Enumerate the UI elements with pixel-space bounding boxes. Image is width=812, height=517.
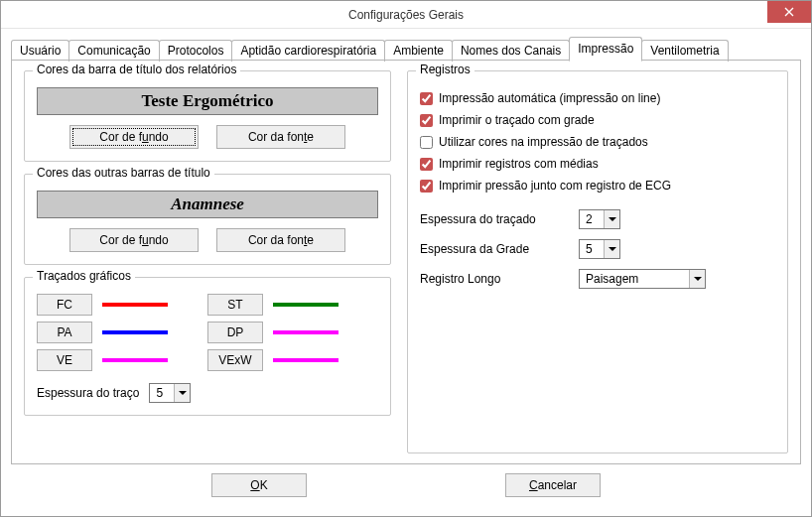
cb-label: Imprimir pressão junto com registro de E… (439, 179, 671, 193)
cb-label: Utilizar cores na impressão de traçados (439, 135, 648, 149)
group-cores-outras: Cores das outras barras de título Anamne… (24, 174, 391, 265)
close-icon (784, 7, 794, 17)
ok-button[interactable]: OK (211, 473, 307, 497)
tab-page-impressao: Cores da barra de título dos relatórios … (11, 61, 801, 464)
espessura-traco-value: 5 (150, 386, 174, 400)
espessura-tracado-combo[interactable]: 2 (579, 209, 620, 229)
espessura-tracado-label: Espessura do traçado (420, 212, 579, 226)
group-legend: Cores das outras barras de título (33, 166, 214, 180)
cb-utilizar-cores[interactable] (420, 136, 433, 149)
cor-da-fonte-relatorio-button[interactable]: Cor da fonte (216, 125, 345, 149)
tab-nomes-canais[interactable]: Nomes dos Canais (452, 40, 570, 62)
swatch-fc (102, 303, 168, 307)
espessura-traco-combo[interactable]: 5 (149, 383, 191, 403)
chevron-down-icon (609, 217, 616, 221)
registro-longo-label: Registro Longo (420, 272, 579, 286)
tab-usuario[interactable]: Usuário (11, 40, 69, 62)
group-legend: Cores da barra de título dos relatórios (33, 63, 240, 76)
chevron-down-icon (694, 277, 702, 281)
registro-longo-combo[interactable]: Paisagem (579, 269, 706, 289)
espessura-grade-arrow[interactable] (604, 240, 619, 258)
titlebar: Configurações Gerais (1, 1, 811, 29)
cb-imprimir-medias[interactable] (420, 158, 433, 171)
cor-de-fundo-relatorio-button[interactable]: Cor de fundo (69, 125, 199, 149)
tab-impressao[interactable]: Impressão (569, 37, 642, 62)
cor-da-fonte-outras-button[interactable]: Cor da fonte (216, 228, 345, 252)
trace-vexw-button[interactable]: VExW (207, 349, 263, 371)
cb-impressao-automatica[interactable] (420, 92, 433, 105)
content-area: Usuário Comunicação Protocolos Aptidão c… (1, 29, 811, 516)
group-tracados-graficos: Traçados gráficos FC PA (24, 277, 391, 416)
espessura-traco-arrow[interactable] (174, 384, 190, 402)
swatch-pa (102, 330, 168, 334)
trace-ve-button[interactable]: VE (37, 349, 92, 371)
cb-label: Impressão automática (impressão on line) (439, 91, 660, 105)
trace-pa-button[interactable]: PA (37, 322, 92, 343)
trace-fc-button[interactable]: FC (37, 294, 92, 316)
espessura-traco-label: Espessura do traço (37, 386, 139, 400)
dialog-footer: OK Cancelar (11, 464, 801, 506)
tab-ventilometria[interactable]: Ventilometria (641, 40, 728, 62)
group-legend: Traçados gráficos (33, 269, 135, 283)
espessura-tracado-value: 2 (580, 212, 604, 226)
chevron-down-icon (179, 391, 187, 395)
cb-imprimir-grade[interactable] (420, 114, 433, 127)
swatch-vexw (273, 358, 338, 362)
tab-aptidao[interactable]: Aptidão cardiorespiratória (231, 40, 385, 62)
sample-bar-relatorio: Teste Ergométrico (37, 87, 378, 115)
trace-st-button[interactable]: ST (207, 294, 263, 316)
tabs-row: Usuário Comunicação Protocolos Aptidão c… (11, 37, 801, 61)
espessura-grade-combo[interactable]: 5 (579, 239, 620, 259)
swatch-st (273, 303, 338, 307)
espessura-grade-label: Espessura da Grade (420, 242, 579, 256)
swatch-dp (273, 330, 338, 334)
group-cores-relatorios: Cores da barra de título dos relatórios … (24, 70, 391, 162)
close-button[interactable] (767, 1, 811, 23)
dialog-window: Configurações Gerais Usuário Comunicação… (0, 0, 812, 517)
cb-label: Imprimir o traçado com grade (439, 113, 595, 127)
cb-imprimir-pressao-ecg[interactable] (420, 180, 433, 193)
cancel-button[interactable]: Cancelar (505, 473, 601, 497)
sample-bar-anamnese: Anamnese (37, 191, 378, 218)
group-legend: Registros (416, 63, 474, 76)
tab-protocolos[interactable]: Protocolos (159, 40, 233, 62)
espessura-grade-value: 5 (580, 242, 604, 256)
cor-de-fundo-outras-button[interactable]: Cor de fundo (69, 228, 199, 252)
tab-ambiente[interactable]: Ambiente (384, 40, 453, 62)
column-left: Cores da barra de título dos relatórios … (24, 70, 391, 453)
registro-longo-arrow[interactable] (689, 270, 705, 288)
espessura-tracado-arrow[interactable] (604, 210, 619, 228)
chevron-down-icon (609, 247, 616, 251)
registro-longo-value: Paisagem (580, 272, 689, 286)
group-registros: Registros Impressão automática (impressã… (407, 70, 788, 453)
column-right: Registros Impressão automática (impressã… (407, 70, 788, 453)
window-title: Configurações Gerais (348, 8, 464, 22)
cb-label: Imprimir registros com médias (439, 157, 599, 171)
trace-dp-button[interactable]: DP (207, 322, 263, 343)
swatch-ve (102, 358, 168, 362)
tab-comunicacao[interactable]: Comunicação (68, 40, 159, 62)
